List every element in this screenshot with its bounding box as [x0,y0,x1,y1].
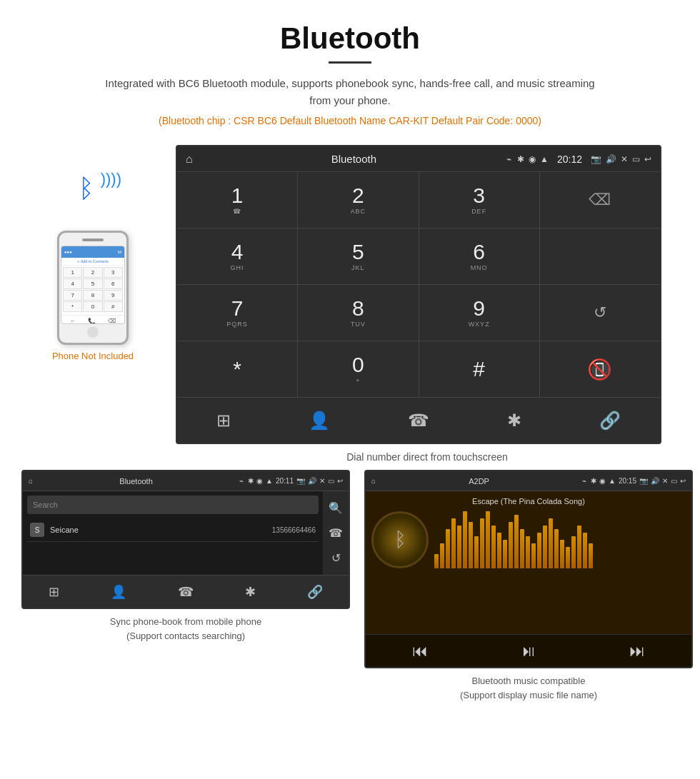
phone-key-1: 1 [63,267,82,278]
car-camera-icon: 📷 [591,154,601,164]
dial-key-star[interactable]: * [177,341,297,397]
dial-star-num: * [233,358,241,380]
pb-usb-icon: ⌁ [239,477,244,485]
nav-dialpad-icon[interactable]: ⊞ [211,405,236,436]
pb-call-icon[interactable]: ☎ [323,521,349,546]
pb-nav-contacts[interactable]: 👤 [111,584,126,600]
dial-hash-num: # [473,358,485,380]
dial-2-num: 2 [352,185,364,206]
music-statusbar: ⌂ A2DP ⌁ ✱ ◉ ▲ 20:15 📷 🔊 ✕ ▭ ↩ [366,471,691,491]
dial-9-sub: WXYZ [469,321,490,328]
nav-phone-icon[interactable]: ☎ [402,405,435,436]
pb-status-right: ✱ ◉ ▲ 20:11 📷 🔊 ✕ ▭ ↩ [248,477,343,485]
pb-nav-bt[interactable]: ✱ [245,584,256,600]
pb-cam-icon: 📷 [296,477,305,485]
phone-delete-icon: ⌫ [108,318,116,324]
car-screen-title: Bluetooth [201,153,506,165]
album-bt-icon: ᛒ [394,528,406,551]
phone-key-3: 3 [104,267,123,278]
dial-key-hash[interactable]: # [419,341,539,397]
phone-not-included-label: Phone Not Included [52,351,134,361]
pb-refresh-icon[interactable]: ↺ [326,546,346,571]
car-screen: ⌂ Bluetooth ⌁ ✱ ◉ ▲ 20:12 📷 🔊 ✕ ▭ ↩ [176,145,661,444]
bluetooth-symbol-icon: ᛒ [79,174,94,203]
phone-key-9: 9 [104,290,123,301]
dial-key-9[interactable]: 9 WXYZ [419,285,539,341]
music-close-icon: ✕ [662,477,668,485]
dial-key-2[interactable]: 2 ABC [298,172,418,228]
car-close-icon: ✕ [621,154,628,164]
dial-key-4[interactable]: 4 GHI [177,228,297,284]
dial-key-3[interactable]: 3 DEF [419,172,539,228]
dial-key-hangup[interactable]: 📵 [540,341,660,397]
dial-9-num: 9 [473,298,485,319]
dial-key-5[interactable]: 5 JKL [298,228,418,284]
nav-link-icon[interactable]: 🔗 [594,405,626,436]
pb-time: 20:11 [276,477,294,485]
pb-search-icon[interactable]: 🔍 [323,496,349,521]
music-loc-icon: ◉ [599,477,606,485]
pb-screen-icon: ▭ [328,477,334,485]
music-screenshot-item: ⌂ A2DP ⌁ ✱ ◉ ▲ 20:15 📷 🔊 ✕ ▭ ↩ Escape (T… [364,470,693,702]
nav-bluetooth-icon[interactable]: ✱ [501,405,527,436]
phone-section: ᛒ )))) ●●● M + Add to Contacts 1 2 3 4 5… [21,145,164,361]
music-title: A2DP [380,477,578,486]
phonebook-screenshot-item: ⌂ Bluetooth ⌁ ✱ ◉ ▲ 20:11 📷 🔊 ✕ ▭ ↩ [21,470,350,702]
music-song-title: Escape (The Pina Colada Song) [371,497,686,506]
dial-5-sub: JKL [351,264,365,271]
phone-numpad: 1 2 3 4 5 6 7 8 9 * 0 # [61,266,124,313]
phone-network: ●●● [64,250,72,254]
dial-3-num: 3 [473,185,485,206]
music-status-right: ✱ ◉ ▲ 20:15 📷 🔊 ✕ ▭ ↩ [591,477,686,485]
phone-key-6: 6 [104,278,123,289]
bluetooth-icon-area: ᛒ )))) [64,166,121,223]
search-bar[interactable]: Search [27,496,319,514]
dial-key-0[interactable]: 0 + [298,341,418,397]
refresh-icon: ↺ [594,303,606,322]
phone-mockup: ●●● M + Add to Contacts 1 2 3 4 5 6 7 8 … [57,231,129,345]
car-statusbar: ⌂ Bluetooth ⌁ ✱ ◉ ▲ 20:12 📷 🔊 ✕ ▭ ↩ [177,146,660,172]
subtitle-text: Integrated with BC6 Bluetooth module, su… [100,75,600,109]
dialpad-grid: 1 ☎ 2 ABC 3 DEF ⌫ 4 GHI [177,172,660,397]
phone-key-0: 0 [83,301,102,312]
pb-nav-link[interactable]: 🔗 [307,584,323,600]
car-back-icon: ↩ [644,154,651,164]
phone-back-icon: ← [70,318,76,324]
spec-line: (Bluetooth chip : CSR BC6 Default Blueto… [14,115,686,126]
nav-contacts-icon[interactable]: 👤 [303,405,336,436]
page-header: Bluetooth Integrated with BC6 Bluetooth … [0,0,700,138]
phonebook-bottom-nav: ⊞ 👤 ☎ ✱ 🔗 [23,575,349,608]
dial-6-sub: MNO [471,264,488,271]
car-bluetooth-icon: ✱ [517,154,524,164]
phone-key-star: * [63,301,82,312]
dial-key-backspace[interactable]: ⌫ [540,172,660,228]
play-pause-button[interactable]: ⏯ [521,642,536,660]
dial-1-num: 1 [231,185,244,206]
phonebook-wrapper: Search S Seicane 13566664466 🔍 ☎ ↺ [23,491,349,575]
page-title: Bluetooth [14,21,686,56]
dial-3-sub: DEF [471,208,486,215]
phone-screen: ●●● M + Add to Contacts 1 2 3 4 5 6 7 8 … [61,246,125,324]
next-track-button[interactable]: ⏭ [629,642,645,660]
dial-4-num: 4 [231,241,244,263]
dial-key-6[interactable]: 6 MNO [419,228,539,284]
main-content-row: ᛒ )))) ●●● M + Add to Contacts 1 2 3 4 5… [0,138,700,463]
phone-add-contact: + Add to Contacts [61,258,124,266]
dial-7-num: 7 [231,298,244,319]
dial-key-refresh[interactable]: ↺ [540,285,660,341]
contact-row[interactable]: S Seicane 13566664466 [27,518,319,542]
dial-key-8[interactable]: 8 TUV [298,285,418,341]
pb-nav-dialpad[interactable]: ⊞ [49,584,59,600]
phonebook-caption: Sync phone-book from mobile phone(Suppor… [110,615,261,643]
phonebook-content: Search S Seicane 13566664466 [23,491,323,546]
dial-5-num: 5 [352,241,364,263]
music-home-icon: ⌂ [371,477,376,485]
phone-key-hash: # [104,301,123,312]
dial-7-sub: PQRS [226,321,248,328]
pb-nav-phone[interactable]: ☎ [178,584,194,600]
equalizer-area [434,511,686,568]
dial-key-7[interactable]: 7 PQRS [177,285,297,341]
dial-key-1[interactable]: 1 ☎ [177,172,297,228]
prev-track-button[interactable]: ⏮ [412,642,428,660]
dial-key-empty-1 [540,228,660,284]
